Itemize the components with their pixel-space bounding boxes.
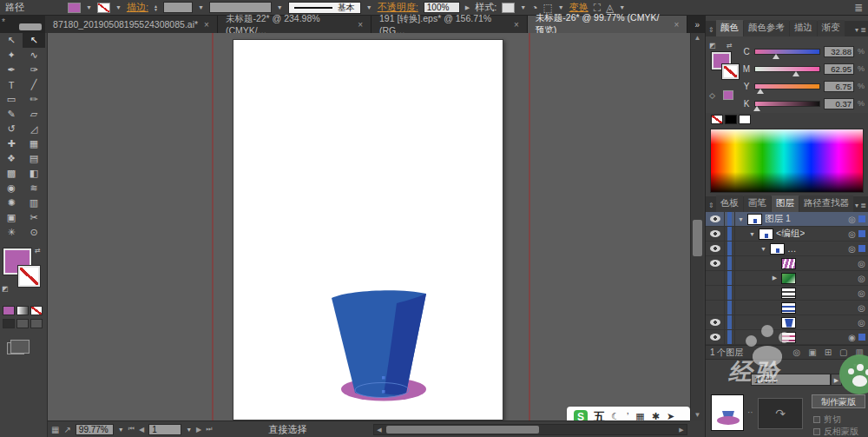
moon-icon[interactable]: ☾ bbox=[611, 411, 620, 420]
target-icon[interactable]: ◎ bbox=[858, 288, 865, 298]
proxy-default-icon[interactable]: ⇄ bbox=[727, 42, 733, 50]
opacity-dropdown-icon[interactable]: ▶ bbox=[465, 4, 470, 11]
zoom-dropdown-icon[interactable]: ▼ bbox=[118, 427, 124, 433]
stroke-stepper[interactable]: ▲▼ bbox=[154, 4, 158, 11]
target-icon[interactable]: ◎ bbox=[848, 229, 856, 239]
channel-value-field[interactable]: 0.37 bbox=[824, 98, 854, 109]
shape-builder-tool[interactable]: ❖ bbox=[0, 151, 23, 166]
invert-mask-checkbox[interactable]: 反相蒙版 bbox=[813, 426, 858, 437]
eye-icon[interactable] bbox=[710, 230, 720, 237]
visibility-cell[interactable] bbox=[706, 212, 725, 226]
slider-handle[interactable] bbox=[773, 54, 779, 59]
fill-dropdown-icon[interactable]: ▼ bbox=[86, 4, 92, 10]
target-icon[interactable]: ◎ bbox=[848, 215, 856, 224]
sogou-logo-icon[interactable]: S bbox=[574, 410, 588, 421]
artboard-dropdown-icon[interactable]: ▼ bbox=[186, 427, 192, 433]
expand-icon[interactable]: ▶ bbox=[771, 275, 779, 281]
style-dropdown-icon[interactable]: ▼ bbox=[520, 4, 526, 10]
isolate-dropdown-icon[interactable]: ▼ bbox=[558, 4, 564, 10]
slice-tool[interactable]: ✂ bbox=[23, 210, 45, 225]
tab-overflow-icon[interactable]: » bbox=[687, 16, 705, 33]
width-tool[interactable]: ✚ bbox=[0, 136, 23, 151]
channel-value-field[interactable]: 32.88 bbox=[824, 46, 854, 57]
tab-close-icon[interactable]: × bbox=[674, 20, 680, 30]
document-tab[interactable]: 87180_20190508195524308085.ai*× bbox=[45, 16, 218, 33]
anchor-point[interactable] bbox=[382, 376, 385, 380]
target-icon[interactable]: ◎ bbox=[848, 244, 856, 254]
canvas[interactable]: S 五 ☾’▦✱➤ bbox=[48, 33, 690, 420]
direct-selection-tool[interactable]: ↖ bbox=[23, 33, 45, 48]
swap-fill-stroke-icon[interactable]: ⇄ bbox=[35, 247, 41, 255]
default-fill-stroke-icon[interactable]: ◩ bbox=[2, 285, 9, 293]
layer-row-content[interactable]: ◎ bbox=[735, 301, 868, 315]
visibility-cell[interactable] bbox=[706, 256, 725, 270]
control-panel-menu-icon[interactable]: ≣ bbox=[854, 2, 863, 14]
slider-track[interactable] bbox=[754, 49, 820, 55]
layer-thumbnail[interactable] bbox=[781, 273, 796, 284]
eyedropper-tool[interactable]: ◉ bbox=[0, 181, 23, 195]
type-tool[interactable]: T bbox=[0, 77, 23, 92]
gradient-tool[interactable]: ◧ bbox=[23, 166, 45, 181]
none-mode-button[interactable] bbox=[30, 306, 43, 315]
document-tab[interactable]: 未标题-22* @ 234.98% (CMYK/…× bbox=[218, 16, 372, 33]
channel-value-field[interactable]: 6.75 bbox=[824, 81, 854, 92]
out-of-gamut-icon[interactable]: ⬦ bbox=[709, 90, 715, 101]
layer-row[interactable]: ▼<编组>◎ bbox=[706, 227, 868, 242]
rotate-tool[interactable]: ↺ bbox=[0, 122, 23, 136]
layer-row[interactable]: ▼图层 1◎ bbox=[706, 212, 868, 227]
eye-icon[interactable] bbox=[710, 334, 720, 341]
anchor-point[interactable] bbox=[382, 390, 385, 394]
free-transform-tool[interactable]: ▦ bbox=[23, 136, 45, 151]
stroke-weight-dropdown-icon[interactable]: ▼ bbox=[198, 4, 204, 10]
delete-layer-icon[interactable]: ▥ bbox=[856, 348, 864, 357]
slider-track[interactable] bbox=[754, 83, 820, 89]
opacity-expand-icon[interactable]: ▶ bbox=[831, 374, 842, 386]
visibility-cell[interactable] bbox=[706, 271, 725, 285]
status-grid-icon[interactable]: ▦ bbox=[51, 425, 59, 434]
prev-artboard-icon[interactable]: ◀ bbox=[139, 426, 144, 434]
layer-row[interactable]: ◉ bbox=[706, 330, 868, 345]
transparency-menu-icon[interactable]: ▾ ≣ bbox=[853, 361, 865, 369]
none-swatch[interactable] bbox=[711, 115, 723, 124]
style-swatch[interactable] bbox=[502, 3, 515, 13]
horizontal-scrollbar[interactable]: ◀ ▶ bbox=[373, 424, 687, 435]
hand-tool[interactable]: ✳ bbox=[0, 225, 23, 240]
target-icon[interactable]: ◉ bbox=[848, 333, 856, 342]
expand-icon[interactable]: ▼ bbox=[748, 231, 756, 237]
scroll-right-icon[interactable]: ▶ bbox=[676, 427, 687, 434]
new-layer-icon[interactable]: ▢ bbox=[839, 348, 847, 357]
zoom-level-field[interactable]: 99.77% bbox=[76, 424, 114, 435]
perspective-grid-tool[interactable]: ▤ bbox=[23, 151, 45, 166]
layer-row-content[interactable]: ▼图层 1◎ bbox=[735, 212, 868, 226]
layer-row-content[interactable]: ▼…◎ bbox=[735, 242, 868, 255]
layer-row-content[interactable]: ◉ bbox=[735, 330, 868, 344]
layer-row-content[interactable]: ◎ bbox=[735, 256, 868, 270]
selection-tool[interactable]: ↖ bbox=[0, 33, 23, 48]
layer-row[interactable]: ◎ bbox=[706, 256, 868, 271]
slider-handle[interactable] bbox=[792, 71, 799, 76]
horizontal-scroll-thumb[interactable] bbox=[386, 426, 539, 434]
slider-track[interactable] bbox=[754, 66, 820, 72]
layer-thumbnail[interactable] bbox=[747, 214, 762, 225]
cup-artwork[interactable] bbox=[48, 33, 690, 420]
last-artboard-icon[interactable]: ⏭ bbox=[206, 425, 212, 434]
panel-collapse-icon[interactable]: ⇕ bbox=[707, 26, 715, 36]
eye-icon[interactable] bbox=[710, 260, 720, 267]
visibility-cell[interactable] bbox=[706, 315, 725, 329]
pencil-tool[interactable]: ✎ bbox=[0, 107, 23, 122]
layer-thumbnail[interactable] bbox=[781, 332, 796, 343]
panel-stroke-swatch[interactable] bbox=[722, 64, 739, 79]
screen-mode-fullscreen-button[interactable] bbox=[30, 319, 43, 328]
rectangle-tool[interactable]: ▭ bbox=[0, 92, 23, 107]
scroll-up-icon[interactable]: ▲ bbox=[691, 33, 704, 43]
black-swatch[interactable] bbox=[725, 115, 737, 124]
layer-thumbnail[interactable] bbox=[759, 228, 773, 240]
object-thumbnail[interactable] bbox=[711, 394, 744, 431]
tab-颜色[interactable]: 颜色 bbox=[716, 20, 743, 36]
opacity-field[interactable]: 100% bbox=[424, 2, 460, 13]
eye-icon[interactable] bbox=[710, 245, 720, 252]
scale-tool[interactable]: ◿ bbox=[23, 122, 45, 136]
expand-icon[interactable]: ▼ bbox=[760, 246, 767, 252]
stroke-color-swatch[interactable] bbox=[97, 3, 110, 13]
layer-row-content[interactable]: ▶◎ bbox=[735, 271, 868, 285]
